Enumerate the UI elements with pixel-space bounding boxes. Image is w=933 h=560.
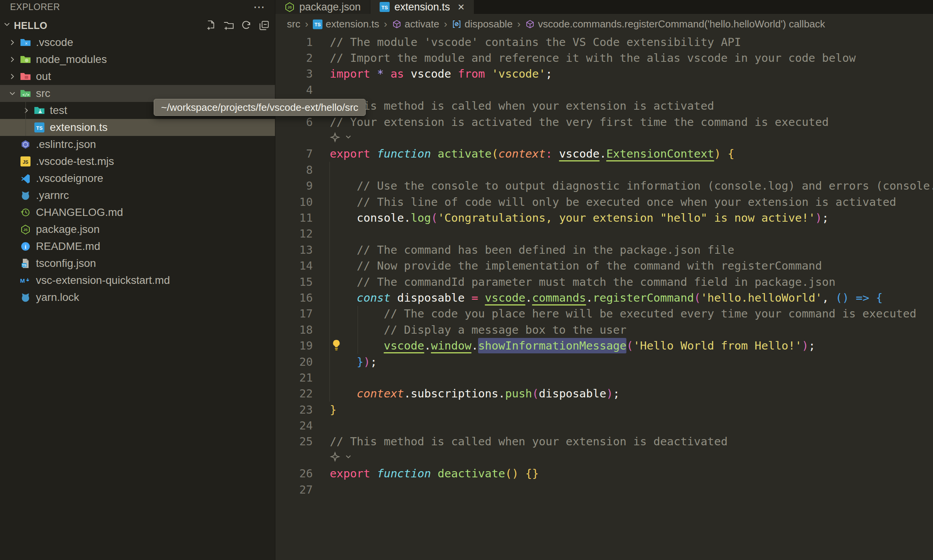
tree-item-label: .vscodeignore [36,172,103,185]
code-line[interactable]: 22 context.subscriptions.push(disposable… [275,386,933,402]
tree-item-label: tsconfig.json [36,257,96,270]
code-line[interactable]: 24 [275,417,933,433]
chevron-spacer [22,123,34,132]
tree-item-extension.ts[interactable]: TSextension.ts [0,119,275,136]
breadcrumb-item[interactable]: vscode.commands.registerCommand('hello.h… [525,18,825,30]
tree-item-.eslintrc.json[interactable]: .eslintrc.json [0,136,275,153]
file-tree: ×.vscodenode_modulesout</>srctestTSexten… [0,34,275,306]
code-line[interactable]: 15 // The commandId parameter must match… [275,274,933,290]
code-line[interactable]: 21 [275,370,933,385]
code-line[interactable]: 25// This method is called when your ext… [275,434,933,450]
section-header-hello[interactable]: HELLO [0,17,275,34]
code-line[interactable]: 4 [275,82,933,98]
code-token: // Your extension is activated the very … [330,115,829,129]
code-token: ; [822,211,829,224]
code-token: . [525,291,532,304]
code-line[interactable]: 16 const disposable = vscode.commands.re… [275,290,933,305]
code-line[interactable]: 14 // Now provide the implementation of … [275,258,933,273]
more-actions-icon[interactable]: ⋯ [253,5,265,9]
tsconfig-icon: TS [20,258,31,269]
code-token: () [505,467,519,480]
code-line[interactable]: 27 [275,482,933,497]
tree-item-README.md[interactable]: iREADME.md [0,238,275,255]
line-number: 19 [275,339,330,352]
code-line[interactable]: 3import * as vscode from 'vscode'; [275,66,933,82]
breadcrumb-item[interactable]: src [287,18,300,30]
tree-item-out[interactable]: out [0,68,275,85]
code-token: import [330,67,377,80]
breadcrumb-separator: › [384,18,387,30]
code-line[interactable]: 7export function activate(context: vscod… [275,146,933,162]
folder-out-icon [20,71,31,82]
tree-item-tsconfig.json[interactable]: TStsconfig.json [0,255,275,272]
code-line[interactable]: 9 // Use the console to output diagnosti… [275,178,933,194]
tree-item-label: extension.ts [50,121,107,134]
code-token: from [458,67,492,80]
chevron-spacer [8,174,20,183]
code-line[interactable]: 8 [275,162,933,178]
breadcrumb-label: extension.ts [326,18,379,30]
new-file-icon[interactable] [205,20,216,31]
breadcrumb-item[interactable]: TSextension.ts [313,18,379,30]
code-line[interactable]: 26export function deactivate() {} [275,466,933,482]
code-text: // Import the module and reference it wi… [330,51,856,64]
tree-item-vsc-extension-quickstart.md[interactable]: Mvsc-extension-quickstart.md [0,272,275,289]
svg-text:i: i [25,244,26,250]
code-line[interactable]: 10 // This line of code will only be exe… [275,194,933,210]
breadcrumb-separator: › [305,18,309,30]
line-number: 22 [275,387,330,400]
tree-item-node_modules[interactable]: node_modules [0,51,275,68]
code-line[interactable]: 18 // Display a message box to the user [275,322,933,338]
js-icon: JS [20,156,31,167]
code-line[interactable]: 19 vscode.window.showInformationMessage(… [275,338,933,353]
tree-item-.vscode-test.mjs[interactable]: JS.vscode-test.mjs [0,153,275,170]
svg-text:JS: JS [23,228,27,232]
code-line[interactable]: 6// Your extension is activated the very… [275,114,933,130]
tree-item-CHANGELOG.md[interactable]: CHANGELOG.md [0,204,275,221]
code-line[interactable]: 5// This method is called when your exte… [275,98,933,114]
new-folder-icon[interactable] [223,20,234,31]
collapse-all-icon[interactable] [259,20,270,31]
code-line[interactable]: 13 // The command has been defined in th… [275,242,933,258]
tree-item-.yarnrc[interactable]: .yarnrc [0,187,275,204]
code-token [330,387,357,400]
code-token [330,355,357,368]
svg-text:JS: JS [287,5,292,9]
code-token: { [728,147,734,160]
tab-extension.ts[interactable]: TSextension.ts× [370,0,474,14]
code-editor[interactable]: 1// The module 'vscode' contains the VS … [275,34,933,560]
tree-item-label: yarn.lock [36,291,79,304]
code-line[interactable]: 17 // The code you place here will be ex… [275,306,933,322]
tree-item-package.json[interactable]: JSpackage.json [0,221,275,238]
svg-text:</>: </> [22,93,29,97]
line-number: 23 [275,403,330,416]
lightbulb-icon[interactable] [331,339,343,352]
code-line[interactable]: 12 [275,226,933,242]
copilot-sparkle-widget[interactable] [275,450,933,465]
code-token [869,291,876,304]
code-line[interactable]: 23} [275,402,933,417]
breadcrumb-item[interactable]: disposable [452,18,512,30]
code-token: push [505,387,532,400]
refresh-icon[interactable] [241,20,252,31]
code-line[interactable]: 11 console.log('Congratulations, your ex… [275,210,933,226]
line-number: 1 [275,36,330,49]
code-line[interactable]: 2// Import the module and reference it w… [275,50,933,66]
code-token: . [586,291,593,304]
vscode-icon [20,173,31,184]
tab-package.json[interactable]: JSpackage.json [275,0,370,14]
tree-item-yarn.lock[interactable]: yarn.lock [0,289,275,306]
code-text: import * as vscode from 'vscode'; [330,67,552,80]
code-token: vscode [384,339,424,352]
code-line[interactable]: 20 }); [275,354,933,370]
code-line[interactable]: 1// The module 'vscode' contains the VS … [275,34,933,50]
code-token: } [357,355,363,368]
close-icon[interactable]: × [458,0,465,14]
tree-item-.vscode[interactable]: ×.vscode [0,34,275,51]
breadcrumb-item[interactable]: activate [392,18,439,30]
tree-item-label: src [36,87,50,100]
chevron-right-icon [22,106,34,115]
copilot-sparkle-widget[interactable] [275,130,933,146]
code-token: ; [370,355,377,368]
tree-item-.vscodeignore[interactable]: .vscodeignore [0,170,275,187]
